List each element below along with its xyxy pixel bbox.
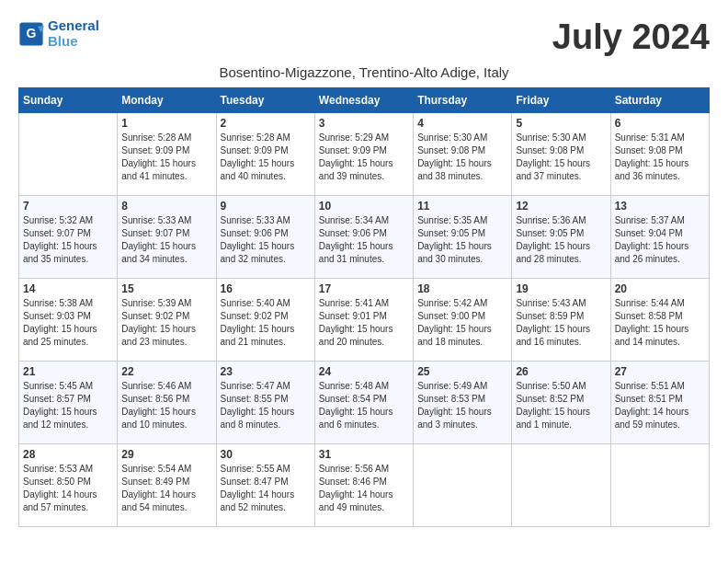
calendar-cell: 5Sunrise: 5:30 AMSunset: 9:08 PMDaylight… — [512, 112, 610, 195]
day-number: 4 — [417, 117, 507, 130]
day-info: Sunrise: 5:30 AMSunset: 9:08 PMDaylight:… — [417, 132, 507, 183]
day-number: 1 — [121, 117, 211, 130]
week-row: 14Sunrise: 5:38 AMSunset: 9:03 PMDayligh… — [19, 278, 710, 361]
day-info: Sunrise: 5:31 AMSunset: 9:08 PMDaylight:… — [615, 132, 705, 183]
day-number: 12 — [516, 200, 606, 213]
calendar-cell: 12Sunrise: 5:36 AMSunset: 9:05 PMDayligh… — [512, 195, 610, 278]
day-info: Sunrise: 5:48 AMSunset: 8:54 PMDaylight:… — [319, 380, 409, 431]
day-number: 13 — [615, 200, 705, 213]
weekday-header-cell: Friday — [512, 87, 610, 112]
title-area: July 2024 — [552, 18, 710, 57]
calendar-cell: 11Sunrise: 5:35 AMSunset: 9:05 PMDayligh… — [414, 195, 512, 278]
day-number: 24 — [319, 365, 409, 378]
calendar-cell: 31Sunrise: 5:56 AMSunset: 8:46 PMDayligh… — [314, 443, 413, 526]
day-info: Sunrise: 5:56 AMSunset: 8:46 PMDaylight:… — [319, 463, 409, 514]
week-row: 21Sunrise: 5:45 AMSunset: 8:57 PMDayligh… — [19, 361, 710, 443]
day-info: Sunrise: 5:55 AMSunset: 8:47 PMDaylight:… — [221, 463, 311, 514]
calendar-cell: 10Sunrise: 5:34 AMSunset: 9:06 PMDayligh… — [314, 195, 413, 278]
logo-text: General Blue — [48, 18, 99, 49]
day-info: Sunrise: 5:44 AMSunset: 8:58 PMDaylight:… — [615, 297, 705, 349]
calendar-cell: 22Sunrise: 5:46 AMSunset: 8:56 PMDayligh… — [118, 361, 216, 443]
calendar-cell: 9Sunrise: 5:33 AMSunset: 9:06 PMDaylight… — [216, 195, 314, 278]
day-number: 3 — [319, 117, 409, 130]
calendar-cell: 2Sunrise: 5:28 AMSunset: 9:09 PMDaylight… — [216, 112, 314, 195]
calendar-cell: 6Sunrise: 5:31 AMSunset: 9:08 PMDaylight… — [610, 112, 709, 195]
day-info: Sunrise: 5:33 AMSunset: 9:06 PMDaylight:… — [221, 214, 311, 266]
calendar-cell: 29Sunrise: 5:54 AMSunset: 8:49 PMDayligh… — [118, 443, 216, 526]
location-title: Bosentino-Migazzone, Trentino-Alto Adige… — [18, 64, 710, 80]
day-info: Sunrise: 5:41 AMSunset: 9:01 PMDaylight:… — [319, 297, 409, 349]
day-number: 28 — [23, 448, 113, 461]
day-info: Sunrise: 5:47 AMSunset: 8:55 PMDaylight:… — [221, 380, 311, 431]
day-number: 11 — [417, 200, 507, 213]
calendar-cell: 8Sunrise: 5:33 AMSunset: 9:07 PMDaylight… — [118, 195, 216, 278]
day-number: 27 — [615, 365, 705, 378]
day-number: 19 — [516, 282, 606, 295]
calendar-cell: 18Sunrise: 5:42 AMSunset: 9:00 PMDayligh… — [414, 278, 512, 361]
day-number: 21 — [23, 365, 113, 378]
day-info: Sunrise: 5:53 AMSunset: 8:50 PMDaylight:… — [23, 463, 113, 514]
calendar-cell: 27Sunrise: 5:51 AMSunset: 8:51 PMDayligh… — [610, 361, 709, 443]
day-info: Sunrise: 5:50 AMSunset: 8:52 PMDaylight:… — [516, 380, 606, 431]
calendar-cell: 17Sunrise: 5:41 AMSunset: 9:01 PMDayligh… — [314, 278, 413, 361]
calendar-cell: 15Sunrise: 5:39 AMSunset: 9:02 PMDayligh… — [118, 278, 216, 361]
calendar-cell: 3Sunrise: 5:29 AMSunset: 9:09 PMDaylight… — [314, 112, 413, 195]
calendar-cell — [414, 443, 512, 526]
day-number: 8 — [121, 200, 211, 213]
day-number: 15 — [121, 282, 211, 295]
day-info: Sunrise: 5:43 AMSunset: 8:59 PMDaylight:… — [516, 297, 606, 349]
calendar-cell: 23Sunrise: 5:47 AMSunset: 8:55 PMDayligh… — [216, 361, 314, 443]
calendar-cell: 24Sunrise: 5:48 AMSunset: 8:54 PMDayligh… — [314, 361, 413, 443]
calendar-cell — [512, 443, 610, 526]
month-title: July 2024 — [552, 18, 710, 57]
calendar-cell — [19, 112, 118, 195]
day-info: Sunrise: 5:40 AMSunset: 9:02 PMDaylight:… — [221, 297, 311, 349]
calendar-cell: 28Sunrise: 5:53 AMSunset: 8:50 PMDayligh… — [19, 443, 118, 526]
day-number: 20 — [615, 282, 705, 295]
day-number: 31 — [319, 448, 409, 461]
svg-text:G: G — [27, 26, 37, 40]
day-info: Sunrise: 5:30 AMSunset: 9:08 PMDaylight:… — [516, 132, 606, 183]
day-number: 7 — [23, 200, 113, 213]
day-info: Sunrise: 5:46 AMSunset: 8:56 PMDaylight:… — [121, 380, 211, 431]
week-row: 28Sunrise: 5:53 AMSunset: 8:50 PMDayligh… — [19, 443, 710, 526]
weekday-header-cell: Sunday — [19, 87, 118, 112]
day-info: Sunrise: 5:28 AMSunset: 9:09 PMDaylight:… — [121, 132, 211, 183]
calendar-cell: 19Sunrise: 5:43 AMSunset: 8:59 PMDayligh… — [512, 278, 610, 361]
day-info: Sunrise: 5:51 AMSunset: 8:51 PMDaylight:… — [615, 380, 705, 431]
day-info: Sunrise: 5:33 AMSunset: 9:07 PMDaylight:… — [121, 214, 211, 266]
day-number: 25 — [417, 365, 507, 378]
calendar-cell — [610, 443, 709, 526]
calendar-cell: 30Sunrise: 5:55 AMSunset: 8:47 PMDayligh… — [216, 443, 314, 526]
day-number: 6 — [615, 117, 705, 130]
weekday-header-cell: Saturday — [610, 87, 709, 112]
weekday-header-cell: Wednesday — [314, 87, 413, 112]
day-number: 14 — [23, 282, 113, 295]
calendar-table: SundayMondayTuesdayWednesdayThursdayFrid… — [18, 87, 710, 527]
day-info: Sunrise: 5:42 AMSunset: 9:00 PMDaylight:… — [417, 297, 507, 349]
day-info: Sunrise: 5:36 AMSunset: 9:05 PMDaylight:… — [516, 214, 606, 266]
day-number: 9 — [221, 200, 311, 213]
day-number: 30 — [221, 448, 311, 461]
day-info: Sunrise: 5:34 AMSunset: 9:06 PMDaylight:… — [319, 214, 409, 266]
header: G General Blue July 2024 — [18, 18, 710, 57]
day-info: Sunrise: 5:35 AMSunset: 9:05 PMDaylight:… — [417, 214, 507, 266]
calendar-body: 1Sunrise: 5:28 AMSunset: 9:09 PMDaylight… — [19, 112, 710, 526]
weekday-header-cell: Thursday — [414, 87, 512, 112]
calendar-cell: 16Sunrise: 5:40 AMSunset: 9:02 PMDayligh… — [216, 278, 314, 361]
calendar-cell: 20Sunrise: 5:44 AMSunset: 8:58 PMDayligh… — [610, 278, 709, 361]
day-number: 18 — [417, 282, 507, 295]
calendar-cell: 1Sunrise: 5:28 AMSunset: 9:09 PMDaylight… — [118, 112, 216, 195]
calendar-cell: 4Sunrise: 5:30 AMSunset: 9:08 PMDaylight… — [414, 112, 512, 195]
calendar-cell: 25Sunrise: 5:49 AMSunset: 8:53 PMDayligh… — [414, 361, 512, 443]
day-info: Sunrise: 5:45 AMSunset: 8:57 PMDaylight:… — [23, 380, 113, 431]
day-number: 16 — [221, 282, 311, 295]
day-info: Sunrise: 5:49 AMSunset: 8:53 PMDaylight:… — [417, 380, 507, 431]
day-info: Sunrise: 5:37 AMSunset: 9:04 PMDaylight:… — [615, 214, 705, 266]
day-number: 5 — [516, 117, 606, 130]
calendar-cell: 21Sunrise: 5:45 AMSunset: 8:57 PMDayligh… — [19, 361, 118, 443]
logo: G General Blue — [18, 18, 99, 49]
calendar-cell: 13Sunrise: 5:37 AMSunset: 9:04 PMDayligh… — [610, 195, 709, 278]
day-number: 17 — [319, 282, 409, 295]
day-number: 10 — [319, 200, 409, 213]
